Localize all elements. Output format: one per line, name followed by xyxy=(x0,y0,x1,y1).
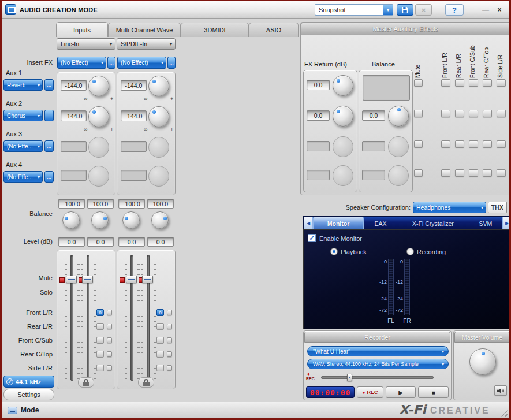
balance-right-value[interactable]: 100.0 xyxy=(147,199,174,209)
tab-scroll-right-button[interactable]: ▶ xyxy=(502,217,511,230)
aux2-route-front-lr[interactable] xyxy=(441,110,450,117)
fader-thumb-right[interactable] xyxy=(142,276,153,283)
send-front-csub-button[interactable] xyxy=(107,337,112,343)
send-front-csub-button[interactable] xyxy=(167,337,172,343)
master-volume-knob[interactable] xyxy=(469,348,496,375)
fx-return-2-knob[interactable] xyxy=(333,106,353,127)
fader-lock-button[interactable] xyxy=(138,377,154,388)
aux-balance-2-knob[interactable] xyxy=(388,106,409,127)
aux4-mute-button[interactable] xyxy=(414,169,423,177)
tab-svm[interactable]: SVM xyxy=(469,217,502,230)
balance-right-knob[interactable] xyxy=(91,211,109,229)
record-gain-slider[interactable] xyxy=(321,376,434,379)
aux2-mute-button[interactable] xyxy=(414,110,423,117)
level-left-value[interactable]: 0.0 xyxy=(118,237,145,247)
aux2-send-value[interactable]: -144.0 xyxy=(61,110,87,121)
aux4-route-side-lr[interactable] xyxy=(497,169,506,177)
input-source-dropdown[interactable]: S/PDIF-In ▾ xyxy=(117,38,176,50)
aux2-send-value[interactable]: -144.0 xyxy=(121,110,147,121)
input-source-dropdown[interactable]: Line-In ▾ xyxy=(57,38,115,50)
send-front-lr-button[interactable] xyxy=(167,310,172,315)
settings-button[interactable]: Settings xyxy=(3,389,54,400)
level-fader-left[interactable] xyxy=(70,255,73,381)
level-right-value[interactable]: 0.0 xyxy=(147,237,174,247)
send-rear-ctop-value[interactable] xyxy=(156,351,164,358)
send-front-lr-value[interactable]: 0 xyxy=(156,309,164,316)
fx-return-2-value[interactable]: 0.0 xyxy=(307,110,330,121)
aux1-route-side-lr[interactable] xyxy=(497,79,506,87)
fader-lock-button[interactable] xyxy=(78,377,94,388)
send-rear-lr-button[interactable] xyxy=(167,324,172,329)
send-side-lr-value[interactable] xyxy=(156,365,164,371)
insert-fx-dropdown[interactable]: (No Effect) ▾ xyxy=(57,57,106,69)
recorder-format-dropdown[interactable]: WAV, Stereo, 44.100 kHz, 24 Bits Per Sam… xyxy=(307,359,449,369)
balance-left-value[interactable]: -100.0 xyxy=(58,199,85,209)
aux1-route-front-lr[interactable] xyxy=(441,79,450,87)
aux3-route-rear-lr[interactable] xyxy=(455,140,464,148)
insert-fx-settings-button[interactable]: ... xyxy=(107,57,115,69)
playback-radio[interactable] xyxy=(330,248,338,255)
close-button[interactable]: × xyxy=(494,5,505,15)
send-side-lr-button[interactable] xyxy=(167,365,172,371)
master-mute-button[interactable] xyxy=(494,385,507,396)
resize-grip[interactable] xyxy=(501,410,508,417)
record-gain-thumb[interactable] xyxy=(347,374,352,381)
aux2-route-front-csub[interactable] xyxy=(469,110,478,117)
play-button[interactable]: ▶ xyxy=(386,386,416,398)
level-right-value[interactable]: 0.0 xyxy=(87,237,114,247)
aux4-settings-button[interactable]: ... xyxy=(44,171,54,183)
aux-balance-2-value[interactable]: 0.0 xyxy=(362,110,385,121)
send-front-csub-value[interactable] xyxy=(156,337,164,344)
fader-thumb-left[interactable] xyxy=(66,276,77,283)
tab-eax[interactable]: EAX xyxy=(364,217,397,230)
stop-button[interactable]: ■ xyxy=(418,386,449,398)
send-rear-lr-value[interactable] xyxy=(96,323,104,330)
aux1-route-rear-lr[interactable] xyxy=(455,79,464,87)
tab-monitor[interactable]: Monitor xyxy=(313,217,364,230)
speaker-config-dropdown[interactable]: Headphones ▾ xyxy=(413,202,486,213)
aux2-route-side-lr[interactable] xyxy=(497,110,506,117)
send-front-lr-button[interactable] xyxy=(107,310,112,315)
send-rear-ctop-button[interactable] xyxy=(167,351,172,357)
balance-right-value[interactable]: 100.0 xyxy=(87,199,114,209)
thx-button[interactable]: THX xyxy=(488,202,507,213)
aux4-route-front-lr[interactable] xyxy=(441,169,450,177)
recording-radio[interactable] xyxy=(406,248,414,255)
insert-fx-dropdown[interactable]: (No Effect) ▾ xyxy=(117,57,166,69)
aux2-settings-button[interactable]: ... xyxy=(44,110,54,121)
send-rear-lr-button[interactable] xyxy=(107,324,112,329)
send-rear-ctop-button[interactable] xyxy=(107,351,112,357)
aux1-send-value[interactable]: -144.0 xyxy=(121,80,147,91)
aux2-send-knob[interactable] xyxy=(148,106,169,127)
aux2-route-rear-lr[interactable] xyxy=(455,110,464,117)
fx-return-1-knob[interactable] xyxy=(333,75,353,96)
level-fader-right[interactable] xyxy=(87,255,89,381)
snapshot-dropdown[interactable]: Snapshot ▾ xyxy=(315,4,393,16)
help-button[interactable]: ? xyxy=(445,4,464,16)
balance-right-knob[interactable] xyxy=(151,211,169,229)
chevron-down-icon[interactable]: ▾ xyxy=(383,5,393,15)
save-snapshot-button[interactable] xyxy=(397,4,413,16)
record-button[interactable]: ● REC xyxy=(357,386,383,398)
mode-button[interactable]: Mode xyxy=(21,406,39,414)
aux1-route-front-csub[interactable] xyxy=(469,79,478,87)
tab-xfi-crystalizer[interactable]: X-Fi Crystalizer xyxy=(397,217,469,230)
send-side-lr-value[interactable] xyxy=(96,365,104,371)
tab-inputs[interactable]: Inputs xyxy=(56,22,108,37)
aux3-route-front-csub[interactable] xyxy=(469,140,478,148)
level-fader-right[interactable] xyxy=(147,255,150,381)
balance-left-value[interactable]: -100.0 xyxy=(118,199,145,209)
aux3-mute-button[interactable] xyxy=(414,140,423,148)
tab-3dmidi[interactable]: 3DMIDI xyxy=(181,23,249,37)
level-left-value[interactable]: 0.0 xyxy=(58,237,85,247)
aux4-route-front-csub[interactable] xyxy=(469,169,478,177)
aux1-send-knob[interactable] xyxy=(88,76,109,96)
fader-thumb-left[interactable] xyxy=(126,276,137,283)
fader-thumb-right[interactable] xyxy=(82,276,93,283)
aux1-mute-button[interactable] xyxy=(414,79,423,87)
enable-monitor-checkbox[interactable]: ✓ xyxy=(308,234,316,242)
title-bar[interactable]: AUDIO CREATION MODE Snapshot ▾ × ? — × xyxy=(2,1,509,19)
send-front-lr-value[interactable]: 0 xyxy=(96,309,104,316)
aux1-send-knob[interactable] xyxy=(148,76,169,96)
aux4-route-rear-ctop[interactable] xyxy=(483,169,492,177)
